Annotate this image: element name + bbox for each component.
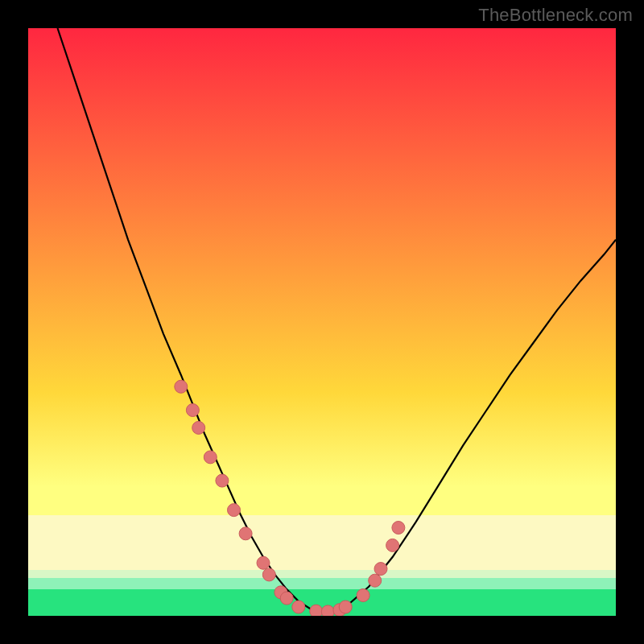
curve-marker	[392, 522, 405, 535]
curve-marker	[369, 574, 382, 587]
curve-marker	[339, 601, 352, 613]
curve-marker	[262, 568, 275, 581]
chart-canvas: TheBottleneck.com	[0, 0, 644, 644]
curve-marker	[216, 474, 229, 487]
green-strip-fade2	[28, 570, 616, 578]
curve-marker	[204, 451, 217, 464]
curve-marker	[310, 605, 323, 617]
curve-marker	[175, 380, 188, 393]
curve-marker	[228, 504, 241, 517]
watermark-text: TheBottleneck.com	[478, 5, 633, 26]
frame-right	[616, 0, 644, 644]
curve-marker	[239, 527, 252, 540]
curve-marker	[186, 404, 199, 417]
curve-marker	[374, 563, 387, 576]
curve-marker	[280, 592, 293, 605]
curve-marker	[192, 421, 205, 434]
curve-marker	[357, 589, 369, 602]
bottleneck-plot	[0, 0, 644, 644]
curve-marker	[292, 601, 305, 613]
frame-bottom	[0, 616, 644, 644]
green-strip-fade	[28, 578, 616, 589]
curve-marker	[257, 556, 270, 569]
frame-left	[0, 0, 28, 644]
curve-marker	[386, 539, 399, 551]
